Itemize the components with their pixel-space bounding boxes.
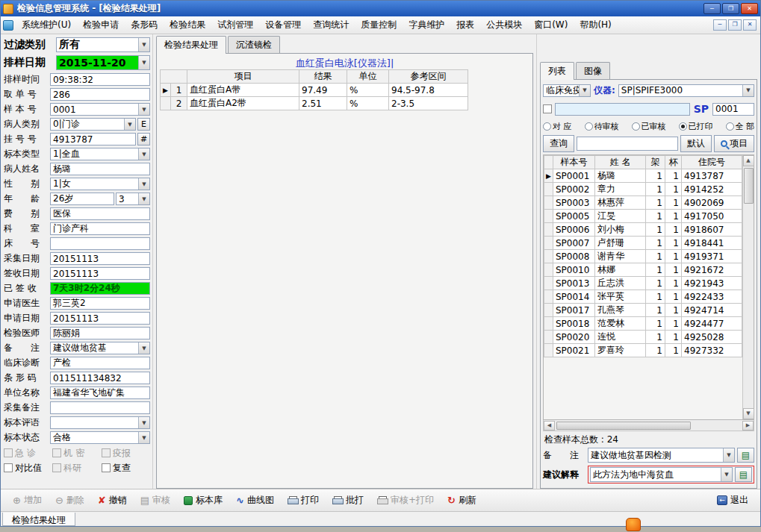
scroll-thumb[interactable]	[556, 422, 691, 430]
status-radio[interactable]: 已审核	[632, 121, 666, 132]
filter-type-combo[interactable]: 所有 ▼	[56, 37, 150, 52]
checkbox-item[interactable]: 复查	[102, 462, 150, 475]
status-tab-result-processing[interactable]: 检验结果处理	[2, 513, 75, 526]
menu-item[interactable]: 字典维护	[403, 16, 450, 34]
taskbar-orange-icon[interactable]	[626, 518, 641, 531]
vertical-scrollbar[interactable]: ▲ ▼	[742, 155, 754, 419]
age-unit-combo[interactable]: 3▼	[116, 193, 150, 205]
field-input[interactable]: 产检	[50, 357, 150, 369]
sp-filter-checkbox[interactable]	[543, 104, 552, 113]
field-combo[interactable]: 合格▼	[50, 431, 150, 444]
document-icon[interactable]	[3, 20, 13, 31]
close-button[interactable]: ✕	[741, 3, 758, 14]
sample-row[interactable]: SP0002章力114914252	[544, 183, 742, 196]
restore-button[interactable]: ❐	[722, 3, 739, 14]
remark-combo[interactable]: 建议做地贫基因检测 ▼	[588, 448, 735, 463]
field-extra-button[interactable]: #	[137, 133, 150, 145]
status-radio[interactable]: 对 应	[543, 121, 572, 132]
menu-item[interactable]: 条形码	[125, 16, 164, 34]
sample-row[interactable]: ▶SP0001杨璐114913787	[544, 169, 742, 183]
menu-item[interactable]: 系统维护(U)	[16, 16, 77, 34]
status-radio[interactable]: 待审核	[585, 121, 619, 132]
tab-sediment-microscopy[interactable]: 沉渣镜检	[228, 36, 280, 53]
field-input[interactable]: 7天3时2分24秒	[50, 282, 150, 295]
chevron-down-icon[interactable]: ▼	[723, 448, 734, 462]
sample-row[interactable]: SP0014张平英114922433	[544, 290, 742, 304]
field-input[interactable]	[50, 237, 150, 250]
sample-row[interactable]: SP0010林娜114921672	[544, 263, 742, 277]
sample-row[interactable]: SP0021罗喜玲114927332	[544, 344, 742, 357]
chevron-down-icon[interactable]: ▼	[138, 148, 149, 160]
batch-print-button[interactable]: 批打	[326, 491, 370, 510]
sample-row[interactable]: SP0006刘小梅114918607	[544, 223, 742, 237]
titlebar[interactable]: 检验信息管理系统 - [检验结果处理] ─ ❐ ✕	[1, 1, 760, 16]
menu-item[interactable]: 公共模块	[480, 16, 528, 34]
print-button[interactable]: 打印	[282, 491, 325, 510]
field-input[interactable]: 20151113	[50, 267, 150, 280]
field-combo[interactable]: 建议做地贫基▼	[50, 342, 150, 354]
field-input[interactable]: 郭三英2	[50, 297, 150, 310]
field-input[interactable]: 4913787	[50, 133, 136, 145]
sample-row[interactable]: SP0008谢青华114919371	[544, 250, 742, 263]
checkbox-item[interactable]: 疫报	[102, 447, 150, 460]
specimen-library-button[interactable]: 标本库	[178, 491, 229, 510]
checkbox-item[interactable]: 机 密	[52, 447, 101, 460]
minimize-button[interactable]: ─	[703, 3, 721, 14]
checkbox-item[interactable]: 急 诊	[4, 447, 52, 460]
menu-item[interactable]: 检验结果	[164, 16, 211, 34]
field-input[interactable]: 20151113	[50, 312, 150, 325]
mdi-close-button[interactable]: ✕	[743, 19, 757, 31]
horizontal-scrollbar[interactable]: ◀ ▶	[543, 420, 754, 431]
menu-item[interactable]: 试剂管理	[211, 16, 259, 34]
sample-row[interactable]: SP0013丘志洪114921943	[544, 277, 742, 290]
curve-chart-button[interactable]: ∿曲线图	[230, 491, 280, 510]
sample-date-combo[interactable]: 2015-11-20 ▼	[56, 55, 150, 70]
mdi-minimize-button[interactable]: ─	[713, 19, 727, 31]
field-combo[interactable]: 0|门诊▼	[50, 118, 136, 131]
menu-item[interactable]: 检验申请	[77, 16, 125, 34]
scroll-down-icon[interactable]: ▼	[743, 408, 754, 419]
result-row[interactable]: ▶1血红蛋白A带97.49%94.5-97.8	[161, 84, 468, 97]
checkbox-item[interactable]: 科研	[52, 462, 101, 475]
field-input[interactable]: 门诊产科	[50, 222, 150, 235]
delete-button[interactable]: ⊖删除	[49, 491, 90, 510]
chevron-down-icon[interactable]: ▼	[124, 119, 135, 130]
menu-item[interactable]: 质量控制	[355, 16, 403, 34]
sample-row[interactable]: SP0005江旻114917050	[544, 210, 742, 223]
result-row[interactable]: 2血红蛋白A2带2.51%2-3.5	[161, 97, 468, 110]
mdi-restore-button[interactable]: ❐	[728, 19, 742, 31]
chevron-down-icon[interactable]: ▼	[138, 178, 149, 190]
tab-result-processing[interactable]: 检验结果处理	[156, 36, 226, 54]
chevron-down-icon[interactable]: ▼	[138, 432, 149, 443]
audit-print-button[interactable]: 审核+打印	[371, 491, 440, 510]
sample-row[interactable]: SP0018范爱林114924477	[544, 317, 742, 331]
field-input[interactable]: 26岁	[50, 193, 114, 205]
sample-row[interactable]: SP0017孔燕琴114924714	[544, 304, 742, 317]
field-input[interactable]: 286	[50, 88, 150, 101]
chevron-down-icon[interactable]: ▼	[579, 85, 590, 96]
field-combo[interactable]: 1|女▼	[50, 178, 150, 190]
chevron-down-icon[interactable]: ▼	[138, 38, 149, 51]
sample-no-input[interactable]: 0001	[712, 103, 754, 116]
field-input[interactable]: 陈丽娟	[50, 327, 150, 339]
field-input[interactable]: 杨璐	[50, 163, 150, 175]
exit-button[interactable]: ← 退出	[711, 491, 754, 510]
chevron-down-icon[interactable]: ▼	[138, 56, 149, 69]
menu-item[interactable]: 窗口(W)	[528, 16, 574, 34]
tab-list[interactable]: 列表	[540, 62, 574, 80]
sp-filter-input[interactable]	[555, 103, 690, 116]
department-combo[interactable]: 临床免疫 ▼	[543, 84, 591, 97]
project-button[interactable]: 项目	[714, 135, 754, 152]
refresh-button[interactable]: ↻刷新	[441, 491, 482, 510]
scroll-left-icon[interactable]: ◀	[544, 421, 555, 431]
scroll-up-icon[interactable]: ▲	[743, 155, 754, 166]
sample-row[interactable]: SP0020连悦114925028	[544, 331, 742, 344]
menu-item[interactable]: 查询统计	[307, 16, 355, 34]
query-input[interactable]	[577, 137, 678, 151]
field-combo[interactable]: ▼	[50, 416, 150, 429]
remark-edit-button[interactable]: ▤	[737, 448, 754, 463]
undo-button[interactable]: ✘撤销	[92, 491, 133, 510]
menu-item[interactable]: 帮助(H)	[574, 16, 617, 34]
default-button[interactable]: 默认	[680, 135, 712, 152]
add-button[interactable]: ⊕增加	[7, 491, 48, 510]
